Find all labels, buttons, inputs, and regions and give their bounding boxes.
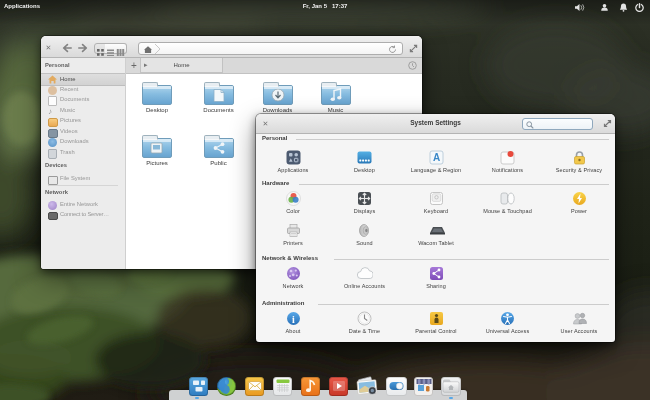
svg-text:i: i	[292, 314, 295, 325]
svg-text:A: A	[432, 152, 439, 163]
